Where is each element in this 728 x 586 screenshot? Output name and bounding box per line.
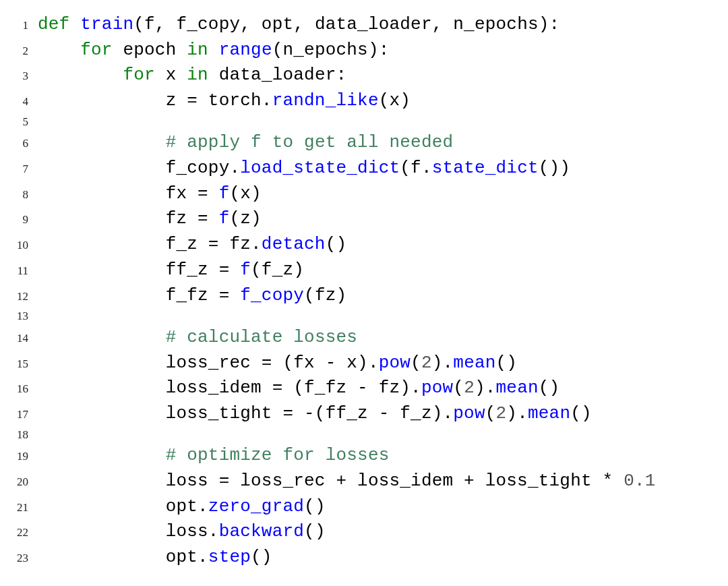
code-line: 17 loss_tight = -(ff_z - f_z).pow(2).mea… [0,401,728,427]
line-number: 8 [0,187,38,204]
code-line: 8 fx = f(x) [0,181,728,207]
code-line: 15 loss_rec = (fx - x).pow(2).mean() [0,351,728,376]
code-line: 10 f_z = fz.detach() [0,232,728,258]
line-number: 4 [0,94,38,111]
code-content: opt.zero_grad() [38,494,326,520]
code-line: 11 ff_z = f(f_z) [0,258,728,283]
code-line: 2 for epoch in range(n_epochs): [0,38,728,63]
code-line: 23 opt.step() [0,545,728,570]
code-line: 1def train(f, f_copy, opt, data_loader, … [0,12,728,38]
code-line: 7 f_copy.load_state_dict(f.state_dict()) [0,156,728,181]
code-listing: 1def train(f, f_copy, opt, data_loader, … [0,0,728,570]
code-line: 19 # optimize for losses [0,443,728,469]
code-content: loss_rec = (fx - x).pow(2).mean() [38,351,517,376]
code-content: ff_z = f(f_z) [38,258,304,283]
line-number: 9 [0,212,38,229]
code-line: 20 loss = loss_rec + loss_idem + loss_ti… [0,469,728,494]
code-content: loss_idem = (f_fz - fz).pow(2).mean() [38,376,559,401]
code-line: 4 z = torch.randn_like(x) [0,88,728,114]
code-content: fx = f(x) [38,181,262,207]
code-line: 16 loss_idem = (f_fz - fz).pow(2).mean() [0,376,728,401]
code-content: # apply f to get all needed [38,130,453,156]
line-number: 18 [0,427,38,444]
code-line: 12 f_fz = f_copy(fz) [0,283,728,309]
code-line: 14 # calculate losses [0,325,728,351]
line-number: 16 [0,381,38,398]
line-number: 1 [0,18,38,34]
code-line: 22 loss.backward() [0,519,728,545]
line-number: 20 [0,474,38,491]
code-content: f_z = fz.detach() [38,232,346,258]
line-number: 17 [0,407,38,423]
line-number: 3 [0,68,38,85]
code-content: loss = loss_rec + loss_idem + loss_tight… [38,469,656,494]
line-number: 15 [0,356,38,373]
code-content: fz = f(z) [38,206,262,232]
code-line: 18 [0,427,728,444]
code-line: 6 # apply f to get all needed [0,130,728,156]
code-content: for epoch in range(n_epochs): [38,38,390,63]
code-content: # optimize for losses [38,443,390,469]
line-number: 13 [0,308,38,325]
code-line: 5 [0,114,728,131]
code-line: 9 fz = f(z) [0,206,728,232]
code-content: loss.backward() [38,519,326,545]
line-number: 19 [0,448,38,465]
code-line: 3 for x in data_loader: [0,63,728,88]
line-number: 11 [0,263,38,280]
code-content: f_copy.load_state_dict(f.state_dict()) [38,156,570,181]
code-content: loss_tight = -(ff_z - f_z).pow(2).mean() [38,401,592,427]
code-content: for x in data_loader: [38,63,346,88]
code-content: # calculate losses [38,325,357,351]
line-number: 2 [0,43,38,60]
code-line: 21 opt.zero_grad() [0,494,728,520]
line-number: 22 [0,525,38,541]
line-number: 23 [0,550,38,567]
line-number: 21 [0,500,38,517]
code-line: 13 [0,308,728,325]
code-content: opt.step() [38,545,272,570]
line-number: 6 [0,136,38,152]
line-number: 14 [0,330,38,347]
code-content: z = torch.randn_like(x) [38,88,411,114]
line-number: 7 [0,161,38,178]
code-content: def train(f, f_copy, opt, data_loader, n… [38,12,559,38]
line-number: 10 [0,237,38,254]
code-content: f_fz = f_copy(fz) [38,283,346,309]
line-number: 5 [0,114,38,131]
line-number: 12 [0,289,38,305]
